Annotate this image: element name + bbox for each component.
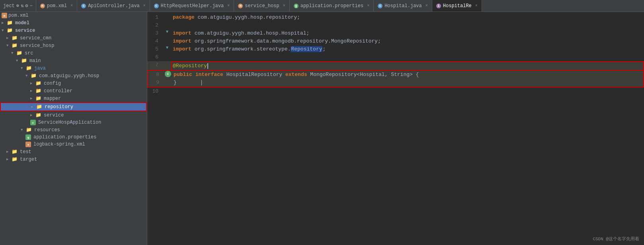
tab-bar: ject ⊕ ⇅ ⚙ − m pom.xml × c ApiController… bbox=[0, 0, 644, 12]
tab-close-service-hosp[interactable]: × bbox=[283, 4, 285, 8]
tab-control-split[interactable]: ⇅ bbox=[21, 3, 23, 9]
tab-service-hosp[interactable]: m service_hosp × bbox=[234, 0, 289, 12]
sidebar-label-test: test bbox=[20, 149, 31, 155]
tab-hospital[interactable]: c Hospital.java × bbox=[374, 0, 432, 12]
model-arrow: ▶ bbox=[2, 21, 6, 25]
sidebar-label-app-props: application.properties bbox=[33, 134, 96, 140]
code-line-9: 9 } bbox=[147, 79, 644, 88]
sidebar-item-service-cmn[interactable]: ▶ 📁 service_cmn bbox=[0, 34, 147, 42]
tab-http[interactable]: c HttpRequestHelper.java × bbox=[150, 0, 234, 12]
sidebar-item-logback[interactable]: x logback-spring.xml bbox=[0, 141, 147, 148]
sidebar-item-java[interactable]: ▼ 📁 java bbox=[0, 64, 147, 72]
logback-icon: x bbox=[25, 142, 31, 147]
tab-app-props[interactable]: g application.properties × bbox=[290, 0, 374, 12]
line-content-7: @Repository bbox=[171, 61, 644, 71]
sidebar-label-logback: logback-spring.xml bbox=[33, 142, 85, 147]
sidebar-item-controller[interactable]: ▶ 📁 controller bbox=[0, 87, 147, 95]
controller-folder-icon: 📁 bbox=[35, 88, 41, 94]
tab-icon-service-hosp: m bbox=[238, 4, 243, 8]
line-num-2: 2 bbox=[147, 21, 163, 29]
sidebar-label-service-hosp-app: ServiceHospApplication bbox=[38, 120, 101, 125]
service-cmn-folder-icon: 📁 bbox=[12, 35, 18, 41]
sidebar-label-src: src bbox=[25, 51, 33, 56]
sidebar-label-service-hosp: service_hosp bbox=[20, 43, 54, 49]
line-content-3: import com.atguigu.yygh.model.hosp.Hospi… bbox=[171, 29, 644, 37]
tab-label-http: HttpRequestHelper.java bbox=[161, 3, 224, 9]
mapper-arrow: ▶ bbox=[30, 96, 34, 101]
tab-close-http[interactable]: × bbox=[227, 4, 230, 8]
service-inner-folder-icon: 📁 bbox=[35, 112, 41, 118]
sidebar-item-com-pkg[interactable]: ▼ 📁 com.atguigu.yygh.hosp bbox=[0, 72, 147, 80]
tab-hospital-repo[interactable]: i HospitalRe × bbox=[432, 0, 482, 12]
line-gutter-8: c bbox=[164, 71, 172, 77]
resources-arrow: ▼ bbox=[21, 128, 25, 132]
sidebar-item-app-props[interactable]: g application.properties bbox=[0, 134, 147, 141]
collapse-icon-3[interactable]: ▼ bbox=[166, 29, 169, 34]
sidebar-item-service-inner[interactable]: ▶ 📁 service bbox=[0, 111, 147, 119]
main-folder-icon: 📁 bbox=[21, 58, 27, 64]
line-gutter-5: ▼ bbox=[163, 45, 171, 50]
tab-icon-api: c bbox=[81, 4, 86, 8]
tab-icon-app-props: g bbox=[294, 4, 299, 8]
sidebar-item-main[interactable]: ▼ 📁 main bbox=[0, 57, 147, 64]
tab-icon-http: c bbox=[154, 4, 159, 8]
tab-pom[interactable]: m pom.xml × bbox=[36, 0, 77, 12]
tab-label-pom: pom.xml bbox=[47, 3, 67, 9]
line-num-7: 7 bbox=[147, 61, 163, 69]
mapper-folder-icon: 📁 bbox=[35, 95, 41, 101]
sidebar-item-config[interactable]: ▶ 📁 config bbox=[0, 80, 147, 87]
line-content-1: package com.atguigu.yygh.hosp.repository… bbox=[171, 14, 644, 21]
line-content-4: import org.springframework.data.mongodb.… bbox=[171, 37, 644, 45]
java-folder-icon: 📁 bbox=[26, 65, 32, 71]
tab-close-hospital-repo[interactable]: × bbox=[475, 4, 478, 8]
tabs-container: m pom.xml × c ApiController.java × c Htt… bbox=[36, 0, 482, 12]
line-content-6 bbox=[171, 53, 644, 61]
sidebar-item-resources[interactable]: ▼ 📁 resources bbox=[0, 126, 147, 134]
tab-close-api[interactable]: × bbox=[143, 4, 146, 8]
config-folder-icon: 📁 bbox=[35, 80, 41, 86]
tab-api[interactable]: c ApiController.java × bbox=[77, 0, 150, 12]
pom-icon: m bbox=[2, 13, 7, 18]
sidebar: m pom.xml ▶ 📁 model ▼ 📁 service ▶ 📁 serv… bbox=[0, 12, 147, 245]
sidebar-label-controller: controller bbox=[44, 88, 72, 94]
sidebar-item-repository[interactable]: ▶ 📁 repository bbox=[1, 103, 146, 111]
service-hosp-arrow: ▼ bbox=[6, 44, 10, 48]
sidebar-item-service-hosp[interactable]: ▼ 📁 service_hosp bbox=[0, 42, 147, 49]
sidebar-item-service-hosp-app[interactable]: c ServiceHospApplication bbox=[0, 119, 147, 126]
target-folder-icon: 📁 bbox=[12, 156, 18, 162]
sidebar-item-test[interactable]: ▶ 📁 test bbox=[0, 148, 147, 156]
tab-close-pom[interactable]: × bbox=[70, 4, 73, 8]
line-num-3: 3 bbox=[147, 29, 163, 37]
main-area: m pom.xml ▶ 📁 model ▼ 📁 service ▶ 📁 serv… bbox=[0, 12, 644, 245]
target-arrow: ▶ bbox=[6, 157, 10, 161]
repository-folder-icon: 📁 bbox=[36, 104, 42, 110]
sidebar-item-mapper[interactable]: ▶ 📁 mapper bbox=[0, 95, 147, 102]
line-num-8: 8 bbox=[148, 71, 164, 79]
sidebar-item-src[interactable]: ▼ 📁 src bbox=[0, 49, 147, 57]
code-lines: 1 package com.atguigu.yygh.hosp.reposito… bbox=[147, 12, 644, 245]
line-num-4: 4 bbox=[147, 37, 163, 45]
code-line-4: 4 import org.springframework.data.mongod… bbox=[147, 37, 644, 45]
sidebar-item-target[interactable]: ▶ 📁 target bbox=[0, 156, 147, 163]
code-line-3: 3 ▼ import com.atguigu.yygh.model.hosp.H… bbox=[147, 29, 644, 37]
service-hosp-app-icon: c bbox=[30, 120, 36, 125]
line-num-6: 6 bbox=[147, 53, 163, 61]
code-editor[interactable]: 1 package com.atguigu.yygh.hosp.reposito… bbox=[147, 12, 644, 245]
tab-control-target[interactable]: ⊕ bbox=[16, 3, 19, 9]
sidebar-label-repository: repository bbox=[45, 104, 73, 110]
collapse-icon-5[interactable]: ▼ bbox=[166, 45, 169, 50]
com-pkg-arrow: ▼ bbox=[25, 74, 29, 78]
sidebar-item-model[interactable]: ▶ 📁 model bbox=[0, 19, 147, 27]
tab-close-app-props[interactable]: × bbox=[367, 4, 369, 8]
sidebar-label-service-cmn: service_cmn bbox=[20, 35, 51, 41]
tab-control-minus[interactable]: − bbox=[30, 3, 33, 9]
service-cmn-arrow: ▶ bbox=[6, 36, 10, 40]
sidebar-label-pom: pom.xml bbox=[8, 13, 28, 18]
sidebar-item-service[interactable]: ▼ 📁 service bbox=[0, 27, 147, 34]
tab-control-settings[interactable]: ⚙ bbox=[25, 3, 28, 9]
gutter-c-icon: c bbox=[165, 71, 171, 77]
tab-close-hospital[interactable]: × bbox=[425, 4, 428, 8]
tab-icon-hospital: c bbox=[378, 4, 382, 8]
sidebar-item-pom[interactable]: m pom.xml bbox=[0, 12, 147, 19]
tab-bar-controls: ject ⊕ ⇅ ⚙ − bbox=[0, 0, 36, 12]
